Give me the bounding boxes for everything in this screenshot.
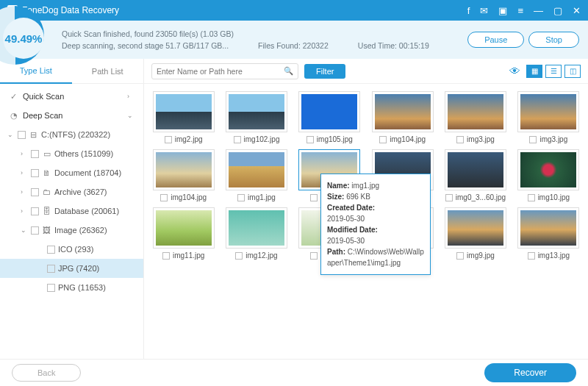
checkbox[interactable] xyxy=(237,194,245,201)
tree-deep-scan[interactable]: ◔Deep Scan ⌄ xyxy=(0,106,143,125)
tree-quick-scan[interactable]: ✓Quick Scan › xyxy=(0,87,143,106)
thumbnail[interactable] xyxy=(445,207,506,249)
thumbnail-card[interactable]: img2.jpg xyxy=(148,91,218,143)
file-name: img11.jpg xyxy=(173,251,204,260)
checkbox[interactable] xyxy=(235,252,243,260)
filter-button[interactable]: Filter xyxy=(304,64,345,79)
tree-archive[interactable]: ›🗀Archive (3627) xyxy=(0,182,143,201)
thumbnail-label: img104.jpg xyxy=(379,135,426,143)
feedback-icon[interactable]: ✉ xyxy=(480,5,488,16)
checkbox[interactable] xyxy=(31,226,39,235)
checkbox[interactable] xyxy=(310,194,318,201)
checkbox[interactable] xyxy=(528,252,535,260)
checkbox[interactable] xyxy=(162,252,170,260)
thumbnail[interactable] xyxy=(226,207,287,249)
thumbnail-card[interactable]: img9.jpg xyxy=(440,207,510,260)
thumbnail[interactable] xyxy=(298,91,360,132)
close-icon[interactable]: ✕ xyxy=(573,5,581,16)
tree-document[interactable]: ›🗎Document (18704) xyxy=(0,163,143,182)
thumbnail-label: img11.jpg xyxy=(162,251,204,260)
checkbox[interactable] xyxy=(47,246,55,254)
checkbox[interactable] xyxy=(31,207,39,215)
view-grid-button[interactable]: ▦ xyxy=(526,65,542,78)
checkbox[interactable] xyxy=(445,194,453,201)
thumbnail[interactable] xyxy=(226,91,287,132)
facebook-icon[interactable]: f xyxy=(467,5,470,16)
thumbnail-card[interactable]: img104.jpg xyxy=(368,91,437,143)
search-field[interactable] xyxy=(157,67,284,76)
checkbox[interactable] xyxy=(529,136,537,143)
checkbox[interactable] xyxy=(31,150,39,158)
pause-button[interactable]: Pause xyxy=(467,32,524,48)
register-icon[interactable]: ▣ xyxy=(498,5,507,16)
search-icon[interactable]: 🔍 xyxy=(284,66,293,76)
checkbox[interactable] xyxy=(47,265,55,273)
tree-database[interactable]: ›🗄Database (20061) xyxy=(0,201,143,221)
checkbox[interactable] xyxy=(456,136,464,143)
thumbnail-label: img104.jpg xyxy=(160,193,207,201)
app-title: FoneDog Data Recovery xyxy=(22,5,467,15)
view-detail-button[interactable]: ◫ xyxy=(564,65,581,78)
thumbnail-card[interactable]: img13.jpg xyxy=(514,207,584,260)
checkbox[interactable] xyxy=(306,136,314,143)
search-input[interactable]: 🔍 xyxy=(151,63,298,79)
checkbox[interactable] xyxy=(31,169,39,177)
thumbnail-card[interactable]: img3.jpg xyxy=(440,91,510,143)
titlebar: FoneDog Data Recovery f ✉ ▣ ≡ — ▢ ✕ xyxy=(0,0,588,21)
thumbnail[interactable] xyxy=(445,149,506,190)
checkbox[interactable] xyxy=(47,284,55,292)
thumbnail[interactable] xyxy=(153,207,215,249)
recover-button[interactable]: Recover xyxy=(484,363,576,382)
stop-button[interactable]: Stop xyxy=(528,32,579,48)
thumbnail[interactable] xyxy=(517,207,579,249)
tree-drive[interactable]: ⌄⊟C:(NTFS) (220322) xyxy=(0,125,143,144)
back-button[interactable]: Back xyxy=(12,364,81,382)
chevron-down-icon: ⌄ xyxy=(21,226,28,234)
check-icon: ✓ xyxy=(9,92,18,101)
file-name: img1.jpg xyxy=(248,193,276,201)
thumbnail-card[interactable]: img11.jpg xyxy=(148,207,218,260)
checkbox[interactable] xyxy=(31,188,39,196)
checkbox[interactable] xyxy=(234,136,241,143)
thumbnail-card[interactable]: img105.jpg xyxy=(295,91,365,143)
tree-image[interactable]: ⌄🖼Image (26362) xyxy=(0,221,143,240)
tree-ico[interactable]: ICO (293) xyxy=(0,240,143,259)
checkbox[interactable] xyxy=(160,194,168,201)
thumbnail-card[interactable]: img0_3...60.jpg xyxy=(440,149,510,201)
checkbox[interactable] xyxy=(528,194,535,201)
file-name: img2.jpg xyxy=(175,135,203,143)
checkbox[interactable] xyxy=(379,136,387,143)
thumbnail[interactable] xyxy=(517,149,579,190)
thumbnail-card[interactable]: img3.jpg xyxy=(514,91,584,143)
thumbnail-label: img1.jpg xyxy=(237,193,276,201)
thumbnail[interactable] xyxy=(445,91,506,132)
tree-png[interactable]: PNG (11653) xyxy=(0,278,143,297)
thumbnail-card[interactable]: img1.jpg xyxy=(221,149,291,201)
status-line-2: Deep scanning, second stage 51.7 GB/117 … xyxy=(62,41,229,50)
thumbnail-label: img10.jpg xyxy=(528,193,570,201)
checkbox[interactable] xyxy=(165,136,172,143)
checkbox[interactable] xyxy=(310,252,318,260)
thumbnail-card[interactable]: img10.jpg xyxy=(514,149,584,201)
thumbnail[interactable] xyxy=(372,91,434,132)
tree-jpg[interactable]: JPG (7420) xyxy=(0,259,143,278)
thumbnail[interactable] xyxy=(153,149,215,190)
thumbnail[interactable] xyxy=(226,149,287,190)
thumbnail[interactable] xyxy=(153,91,215,132)
maximize-icon[interactable]: ▢ xyxy=(553,5,562,16)
thumbnail-card[interactable]: img104.jpg xyxy=(148,149,218,201)
view-list-button[interactable]: ☰ xyxy=(545,65,562,78)
tab-path-list[interactable]: Path List xyxy=(72,59,144,84)
thumbnail[interactable] xyxy=(517,91,579,132)
minimize-icon[interactable]: — xyxy=(534,5,543,16)
checkbox[interactable] xyxy=(456,252,464,260)
window-controls: f ✉ ▣ ≡ — ▢ ✕ xyxy=(467,5,581,16)
thumbnail-card[interactable]: img102.jpg xyxy=(221,91,291,143)
tree-others[interactable]: ›▭Others (151099) xyxy=(0,144,143,163)
thumbnail-card[interactable]: img12.jpg xyxy=(221,207,291,260)
thumbnail-label: img9.jpg xyxy=(456,251,495,260)
checkbox[interactable] xyxy=(18,131,26,139)
file-name: img105.jpg xyxy=(317,135,353,143)
menu-icon[interactable]: ≡ xyxy=(517,5,523,16)
preview-icon[interactable]: 👁 xyxy=(509,65,520,77)
